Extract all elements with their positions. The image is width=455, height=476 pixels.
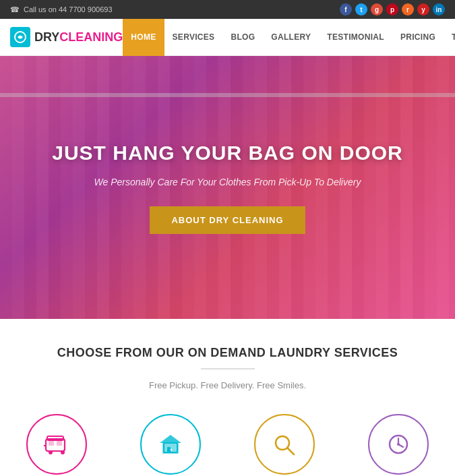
hero-cta-button[interactable]: ABOUT DRY CLEANING: [150, 206, 305, 234]
linkedin-icon[interactable]: in: [433, 3, 445, 16]
facebook-icon[interactable]: f: [340, 3, 352, 16]
svg-point-13: [171, 449, 172, 450]
phone-info: ☎ Call us on 44 7700 900693: [10, 5, 113, 14]
services-title: CHOOSE FROM OUR ON DEMAND LAUNDRY SERVIC…: [13, 346, 442, 360]
phone-text: Call us on 44 7700 900693: [24, 5, 113, 13]
service-cleaning: CLEANING: [241, 414, 328, 476]
services-subtitle: Free Pickup. Free Delivery. Free Smiles.: [13, 380, 442, 390]
pinterest-icon[interactable]: p: [386, 3, 398, 16]
service-door: TO-YOUR-DOOR SERVICE: [127, 414, 214, 476]
logo-text: DRYCLEANING: [34, 30, 123, 44]
hero-subtitle: We Personally Care For Your Clothes From…: [52, 177, 403, 187]
nav-pricing[interactable]: PRICING: [392, 19, 444, 56]
house-icon: [156, 429, 185, 459]
rss-icon[interactable]: r: [402, 3, 414, 16]
svg-point-5: [49, 450, 53, 454]
hero-content: JUST HANG YOUR BAG ON DOOR We Personally…: [38, 128, 417, 247]
nav-team[interactable]: TEAM: [444, 19, 455, 56]
services-divider: [201, 368, 255, 369]
header: DRYCLEANING HOME SERVICES BLOG GALLERY T…: [0, 19, 455, 56]
nav-services[interactable]: SERVICES: [164, 19, 223, 56]
google-plus-icon[interactable]: g: [371, 3, 383, 16]
youtube-icon[interactable]: y: [417, 3, 429, 16]
svg-rect-12: [167, 447, 171, 452]
services-section: CHOOSE FROM OUR ON DEMAND LAUNDRY SERVIC…: [0, 319, 455, 476]
hero-title: JUST HANG YOUR BAG ON DOOR: [52, 142, 403, 165]
hero-section: JUST HANG YOUR BAG ON DOOR We Personally…: [0, 56, 455, 319]
svg-point-19: [397, 443, 400, 446]
svg-point-6: [61, 450, 65, 454]
nav-home[interactable]: HOME: [123, 19, 164, 56]
bus-icon: [42, 429, 71, 459]
schedule-circle[interactable]: [368, 414, 429, 475]
logo: DRYCLEANING: [10, 27, 123, 47]
nav-testimonial[interactable]: TESTIMONIAL: [319, 19, 392, 56]
service-schedule: SCHEDULE FOR LATER: [355, 414, 442, 476]
svg-rect-4: [57, 441, 62, 446]
twitter-icon[interactable]: t: [355, 3, 367, 16]
cleaning-circle[interactable]: [254, 414, 315, 475]
clock-icon: [384, 429, 413, 459]
main-nav: HOME SERVICES BLOG GALLERY TESTIMONIAL P…: [123, 19, 455, 56]
svg-rect-3: [49, 441, 54, 446]
services-icons-row: PICKUP & DELIVERY TO-YOUR-DOOR SERVICE: [13, 414, 442, 476]
svg-line-15: [287, 448, 294, 455]
nav-blog[interactable]: BLOG: [222, 19, 263, 56]
nav-gallery[interactable]: GALLERY: [263, 19, 319, 56]
logo-icon: [10, 27, 30, 47]
service-pickup: PICKUP & DELIVERY: [13, 414, 100, 476]
top-bar: ☎ Call us on 44 7700 900693 f t g p r y …: [0, 0, 455, 19]
door-circle[interactable]: [140, 414, 201, 475]
search-icon: [270, 429, 299, 459]
svg-marker-9: [160, 435, 181, 443]
pickup-circle[interactable]: [26, 414, 87, 475]
social-links: f t g p r y in: [340, 3, 445, 16]
phone-icon: ☎: [10, 5, 20, 14]
hero-rack: [0, 93, 455, 97]
